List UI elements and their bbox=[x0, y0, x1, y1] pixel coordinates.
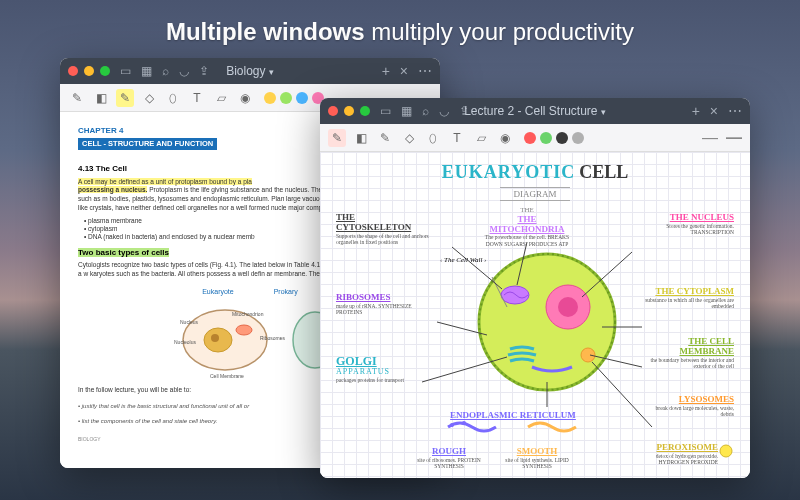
label-smooth: SMOOTH site of lipid synthesis. LIPID SY… bbox=[502, 447, 572, 469]
label-cellwall: ‹ The Cell Wall › bbox=[440, 257, 486, 265]
label-golgi: GOLGI APPARATUS packages proteins for tr… bbox=[336, 355, 416, 383]
close-icon[interactable] bbox=[328, 106, 338, 116]
eraser-tool-icon[interactable]: ◧ bbox=[352, 129, 370, 147]
traffic-lights[interactable] bbox=[328, 106, 370, 116]
svg-text:Ribosomes: Ribosomes bbox=[260, 335, 286, 341]
stroke-thick-icon[interactable]: — bbox=[726, 129, 742, 147]
bookmark-icon[interactable]: ◡ bbox=[179, 64, 189, 78]
titlebar[interactable]: ▭ ▦ ⌕ ◡ ⇪ Lecture 2 - Cell Structure ▾ +… bbox=[320, 98, 750, 124]
color-swatch[interactable] bbox=[540, 132, 552, 144]
chapter-title: CELL - STRUCTURE AND FUNCTION bbox=[78, 138, 217, 150]
shape-tool-icon[interactable]: ◇ bbox=[400, 129, 418, 147]
zoom-icon[interactable] bbox=[100, 66, 110, 76]
color-swatch[interactable] bbox=[280, 92, 292, 104]
svg-text:Nucleolus: Nucleolus bbox=[174, 339, 196, 345]
svg-point-2 bbox=[211, 334, 219, 342]
traffic-lights[interactable] bbox=[68, 66, 110, 76]
label-cytoskeleton: THE CYTOSKELETON Supports the shape of t… bbox=[336, 213, 431, 245]
label-cellmembrane: THE CELL MEMBRANE the boundary between t… bbox=[644, 337, 734, 369]
window-lecture: ▭ ▦ ⌕ ◡ ⇪ Lecture 2 - Cell Structure ▾ +… bbox=[320, 98, 750, 478]
pen-tool-icon[interactable]: ✎ bbox=[328, 129, 346, 147]
headline: Multiple windows multiply your productiv… bbox=[0, 18, 800, 46]
svg-point-3 bbox=[236, 325, 252, 335]
color-swatch[interactable] bbox=[264, 92, 276, 104]
sidebar-icon[interactable]: ▭ bbox=[380, 104, 391, 118]
lasso-tool-icon[interactable]: ⬯ bbox=[424, 129, 442, 147]
text-tool-icon[interactable]: T bbox=[188, 89, 206, 107]
search-icon[interactable]: ⌕ bbox=[162, 64, 169, 78]
titlebar[interactable]: ▭ ▦ ⌕ ◡ ⇪ Biology ▾ + × ⋯ bbox=[60, 58, 440, 84]
svg-point-17 bbox=[450, 423, 454, 427]
color-swatch[interactable] bbox=[524, 132, 536, 144]
color-palette bbox=[264, 92, 324, 104]
color-swatch[interactable] bbox=[296, 92, 308, 104]
shape-tool-icon[interactable]: ◇ bbox=[140, 89, 158, 107]
sidebar-icon[interactable]: ▭ bbox=[120, 64, 131, 78]
stroke-thin-icon[interactable]: — bbox=[702, 129, 718, 147]
label-lysosomes: LYSOSOMES break down large molecules, wa… bbox=[644, 395, 734, 417]
search-icon[interactable]: ⌕ bbox=[422, 104, 429, 118]
svg-text:Nucleus: Nucleus bbox=[180, 319, 199, 325]
svg-point-14 bbox=[501, 286, 529, 304]
window-title: Lecture 2 - Cell Structure ▾ bbox=[464, 104, 606, 118]
share-icon[interactable]: ⇪ bbox=[199, 64, 209, 78]
notebook-page[interactable]: EUKARYOTIC CELL DIAGRAM bbox=[320, 152, 750, 478]
svg-text:Mitochondrion: Mitochondrion bbox=[232, 311, 264, 317]
lasso-tool-icon[interactable]: ⬯ bbox=[164, 89, 182, 107]
bookmark-icon[interactable]: ◡ bbox=[439, 104, 449, 118]
label-rough: ROUGH site of ribosomes. PROTEIN SYNTHES… bbox=[414, 447, 484, 469]
more-icon[interactable]: ⋯ bbox=[728, 103, 742, 119]
highlighter-tool-icon[interactable]: ✎ bbox=[376, 129, 394, 147]
more-icon[interactable]: ⋯ bbox=[418, 63, 432, 79]
close-icon[interactable] bbox=[68, 66, 78, 76]
image-tool-icon[interactable]: ▱ bbox=[472, 129, 490, 147]
grid-icon[interactable]: ▦ bbox=[141, 64, 152, 78]
close-tab-icon[interactable]: × bbox=[400, 63, 408, 79]
toolbar: ✎ ◧ ✎ ◇ ⬯ T ▱ ◉ — — bbox=[320, 124, 750, 152]
diagram-canvas: THE CYTOSKELETON Supports the shape of t… bbox=[332, 207, 738, 478]
svg-point-19 bbox=[720, 445, 732, 457]
zoom-icon[interactable] bbox=[360, 106, 370, 116]
camera-tool-icon[interactable]: ◉ bbox=[496, 129, 514, 147]
label-peroxisome: PEROXISOME detox of hydrogen peroxide. H… bbox=[634, 443, 734, 465]
add-icon[interactable]: + bbox=[382, 63, 390, 79]
pen-tool-icon[interactable]: ✎ bbox=[68, 89, 86, 107]
minimize-icon[interactable] bbox=[344, 106, 354, 116]
eraser-tool-icon[interactable]: ◧ bbox=[92, 89, 110, 107]
camera-tool-icon[interactable]: ◉ bbox=[236, 89, 254, 107]
window-title: Biology ▾ bbox=[226, 64, 274, 78]
diagram-subtitle: DIAGRAM bbox=[500, 187, 570, 201]
minimize-icon[interactable] bbox=[84, 66, 94, 76]
text-tool-icon[interactable]: T bbox=[448, 129, 466, 147]
highlighter-tool-icon[interactable]: ✎ bbox=[116, 89, 134, 107]
svg-point-15 bbox=[581, 348, 595, 362]
svg-text:Cell Membrane: Cell Membrane bbox=[210, 373, 244, 378]
label-ribosomes: RIBOSOMES made up of rRNA. SYNTHESIZE PR… bbox=[336, 293, 416, 315]
svg-point-13 bbox=[558, 297, 578, 317]
color-swatch[interactable] bbox=[556, 132, 568, 144]
color-palette bbox=[524, 132, 584, 144]
image-tool-icon[interactable]: ▱ bbox=[212, 89, 230, 107]
color-swatch[interactable] bbox=[572, 132, 584, 144]
label-cytoplasm: THE CYTOPLASM substance in which all the… bbox=[644, 287, 734, 309]
label-nucleus: THE NUCLEUS Stores the genetic informati… bbox=[644, 213, 734, 235]
label-mitochondria: THE THE MITOCHONDRIA The powerhouse of t… bbox=[482, 207, 572, 247]
diagram-title: EUKARYOTIC CELL bbox=[332, 162, 738, 183]
add-icon[interactable]: + bbox=[692, 103, 700, 119]
grid-icon[interactable]: ▦ bbox=[401, 104, 412, 118]
close-tab-icon[interactable]: × bbox=[710, 103, 718, 119]
svg-point-18 bbox=[462, 421, 466, 425]
label-er: ENDOPLASMIC RETICULUM bbox=[428, 411, 598, 444]
